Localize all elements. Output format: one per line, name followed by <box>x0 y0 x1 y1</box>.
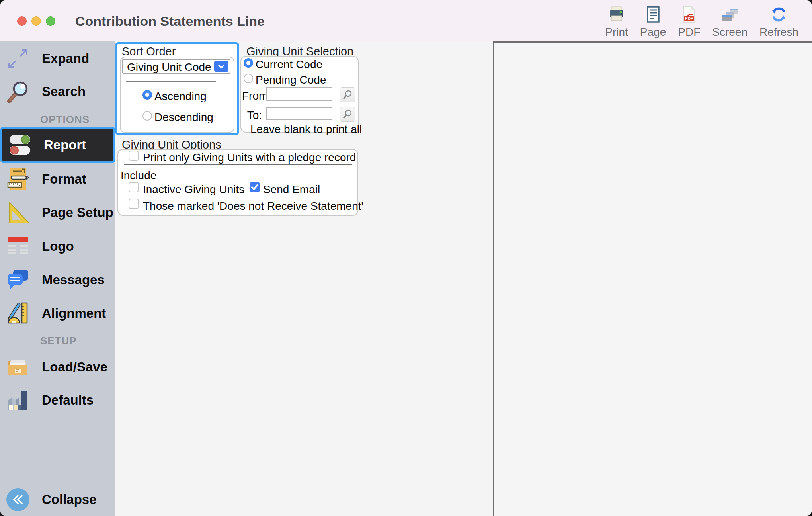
sidebar-item-label: Page Setup <box>42 205 113 220</box>
sidebar-item-label: Messages <box>42 272 105 287</box>
toolbar-label: Page <box>640 26 666 39</box>
sidebar-item-label: Alignment <box>42 306 106 321</box>
toolbar-label: PDF <box>678 26 700 39</box>
screen-button[interactable]: Screen <box>706 5 753 39</box>
toolbar-label: Print <box>605 26 628 39</box>
sidebar-item-label: Report <box>44 137 86 152</box>
include-label: Include <box>121 169 156 182</box>
close-button[interactable] <box>17 16 27 26</box>
pending-code-radio[interactable] <box>244 74 253 83</box>
sidebar-item-expand[interactable]: Expand <box>0 43 115 74</box>
sidebar-item-label: Logo <box>42 239 74 254</box>
sidebar-section-header-setup: SETUP <box>40 335 77 347</box>
toggle-switches-icon <box>7 132 33 158</box>
refresh-icon <box>769 5 789 24</box>
sidebar-item-load-save[interactable]: Load/Save <box>0 350 115 384</box>
main-area: Expand Search OPTIONS <box>0 41 812 516</box>
sidebar-item-messages[interactable]: Messages <box>0 263 115 297</box>
sidebar-item-label: Format <box>42 172 86 187</box>
zoom-button[interactable] <box>46 16 55 26</box>
to-search-button[interactable] <box>340 107 355 122</box>
pdf-icon: PDF <box>680 5 698 24</box>
folder-icon <box>5 354 31 380</box>
from-label: From <box>242 90 268 102</box>
current-code-label: Current Code <box>256 58 322 71</box>
minimize-button[interactable] <box>31 16 41 26</box>
content-pane: Sort Order Giving Unit Code Ascending De… <box>115 41 812 516</box>
sort-field-dropdown[interactable]: Giving Unit Code <box>122 59 230 74</box>
svg-text:PDF: PDF <box>685 16 693 21</box>
from-search-button[interactable] <box>340 87 355 102</box>
page-button[interactable]: Page <box>634 5 672 39</box>
sidebar-item-label: Expand <box>42 51 89 66</box>
bar-chart-icon <box>5 387 31 413</box>
to-input[interactable] <box>266 107 332 120</box>
inactive-units-checkbox[interactable] <box>129 182 139 192</box>
sidebar-section-header-options: OPTIONS <box>40 113 90 126</box>
dropdown-value: Giving Unit Code <box>127 61 211 74</box>
refresh-button[interactable]: Refresh <box>753 5 804 39</box>
no-statement-label: Those marked 'Does not Receive Statement… <box>143 200 363 213</box>
print-button[interactable]: Print <box>599 5 634 39</box>
chat-bubbles-icon <box>5 267 31 293</box>
collapse-button[interactable]: Collapse <box>0 483 115 516</box>
collapse-bar: Collapse <box>0 483 115 516</box>
sidebar-item-report[interactable]: Report <box>0 127 115 163</box>
pending-code-label: Pending Code <box>256 74 326 86</box>
collapse-label: Collapse <box>42 492 97 507</box>
titlebar: Contribution Statements Line Print <box>0 0 812 41</box>
sidebar-item-defaults[interactable]: Defaults <box>0 383 115 417</box>
logo-placeholder-icon <box>5 234 31 259</box>
sidebar-item-label: Defaults <box>42 393 94 408</box>
sidebar: Expand Search OPTIONS <box>0 41 115 516</box>
pledge-only-label: Print only Giving Units with a pledge re… <box>143 151 356 164</box>
pledge-only-checkbox[interactable] <box>129 150 139 161</box>
sort-divider <box>126 81 216 82</box>
screen-windows-icon <box>720 5 740 24</box>
from-input[interactable] <box>266 87 332 101</box>
sidebar-item-alignment[interactable]: Alignment <box>0 297 115 330</box>
ascending-label: Ascending <box>154 90 207 103</box>
toolbar-label: Screen <box>712 26 748 39</box>
descending-radio[interactable] <box>142 111 152 121</box>
sidebar-item-format[interactable]: Format <box>0 162 115 196</box>
sidebar-item-page-setup[interactable]: Page Setup <box>0 196 115 229</box>
descending-label: Descending <box>154 111 213 124</box>
send-email-checkbox[interactable] <box>250 182 260 192</box>
toolbar: Print Page <box>599 5 804 39</box>
current-code-radio[interactable] <box>244 58 253 68</box>
sidebar-item-label: Load/Save <box>42 360 107 375</box>
drafting-tools-icon <box>5 301 31 326</box>
sidebar-item-logo[interactable]: Logo <box>0 230 115 263</box>
app-window: Contribution Statements Line Print <box>0 0 812 516</box>
toolbar-label: Refresh <box>759 26 798 39</box>
selection-hint: Leave blank to print all <box>250 123 362 136</box>
inactive-units-label: Inactive Giving Units <box>143 183 244 196</box>
to-label: To: <box>244 109 262 122</box>
no-statement-checkbox[interactable] <box>129 199 139 209</box>
expand-arrows-icon <box>5 46 31 71</box>
set-square-icon <box>5 200 31 225</box>
magnifier-icon <box>5 79 31 104</box>
chevron-down-icon <box>214 61 228 72</box>
sidebar-item-search[interactable]: Search <box>0 76 115 107</box>
double-chevron-left-icon <box>5 487 31 512</box>
send-email-label: Send Email <box>263 183 320 196</box>
window-title: Contribution Statements Line <box>75 14 265 29</box>
report-preview-pane <box>494 41 812 516</box>
pdf-button[interactable]: PDF PDF <box>672 5 706 39</box>
page-icon <box>644 5 662 24</box>
format-document-icon <box>5 166 31 192</box>
ascending-radio[interactable] <box>142 90 152 100</box>
sidebar-item-label: Search <box>42 84 86 99</box>
options-divider <box>124 164 352 165</box>
printer-icon <box>607 5 626 24</box>
